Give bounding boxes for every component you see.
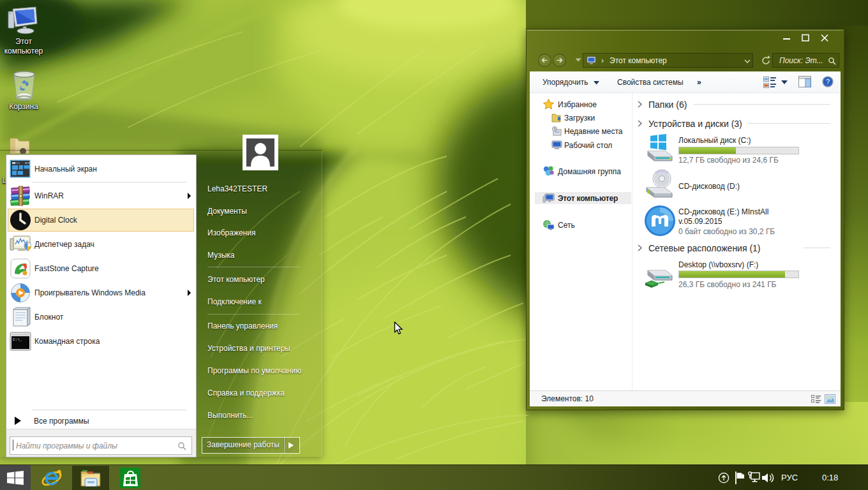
svg-text:?: ? — [826, 78, 830, 85]
svg-text:C:\_: C:\_ — [13, 338, 22, 342]
